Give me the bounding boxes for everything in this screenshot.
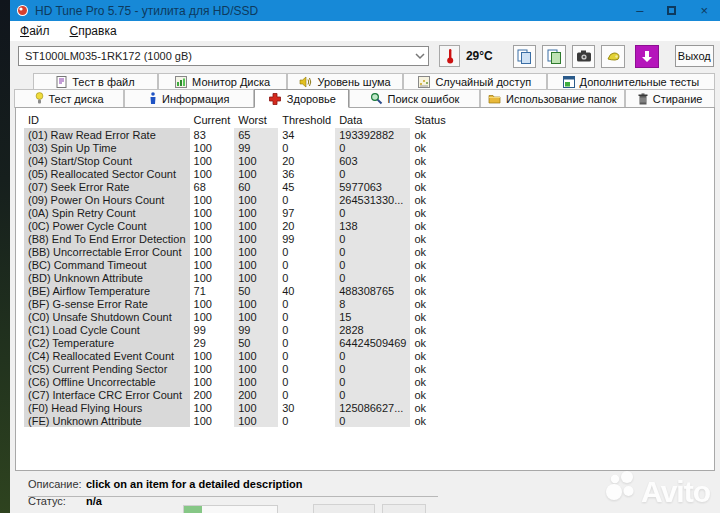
tab-health[interactable]: Здоровье <box>254 89 349 108</box>
exit-button[interactable]: Выход <box>675 45 714 67</box>
trash-icon <box>638 93 648 105</box>
cell-data: 2828 <box>335 323 410 336</box>
table-row[interactable]: (C2) Temperature 29 50 0 64424509469 ok <box>24 336 452 349</box>
cell-status: ok <box>410 323 452 336</box>
cell-data: 5977063 <box>335 180 410 193</box>
cell-current: 100 <box>190 401 235 414</box>
cell-status: ok <box>410 180 452 193</box>
col-header-worst[interactable]: Worst <box>234 111 278 128</box>
table-row[interactable]: (07) Seek Error Rate 68 60 45 5977063 ok <box>24 180 452 193</box>
cell-id: (BF) G-sense Error Rate <box>24 297 190 310</box>
cell-id: (BC) Command Timeout <box>24 258 190 271</box>
cell-worst: 100 <box>234 349 278 362</box>
cell-worst: 100 <box>234 362 278 375</box>
table-row[interactable]: (C4) Reallocated Event Count 100 100 0 0… <box>24 349 452 362</box>
cell-id: (0A) Spin Retry Count <box>24 206 190 219</box>
cell-threshold: 20 <box>278 219 335 232</box>
titlebar: HD Tune Pro 5.75 - утилита для HD/SSD – … <box>10 0 720 21</box>
table-row[interactable]: (C6) Offline Uncorrectable 100 100 0 0 o… <box>24 375 452 388</box>
cell-current: 100 <box>190 141 235 154</box>
cell-worst: 50 <box>234 336 278 349</box>
table-row[interactable]: (C5) Current Pending Sector 100 100 0 0 … <box>24 362 452 375</box>
cell-worst: 60 <box>234 180 278 193</box>
copy-text-button[interactable] <box>542 45 566 68</box>
close-button[interactable]: × <box>700 4 708 17</box>
tab-error-scan[interactable]: Поиск ошибок <box>349 89 479 108</box>
cell-worst: 99 <box>234 323 278 336</box>
table-row[interactable]: (BE) Airflow Temperature 71 50 40 488308… <box>24 284 452 297</box>
table-row[interactable]: (C0) Unsafe Shutdown Count 100 100 0 15 … <box>24 310 452 323</box>
tab-file-benchmark[interactable]: Тест в файл <box>33 73 158 90</box>
slider-fill <box>184 506 202 513</box>
table-row[interactable]: (C7) Interface CRC Error Count 200 200 0… <box>24 388 452 401</box>
cell-status: ok <box>410 141 452 154</box>
cell-threshold: 97 <box>278 206 335 219</box>
table-row[interactable]: (01) Raw Read Error Rate 83 65 34 193392… <box>24 128 452 141</box>
cell-worst: 100 <box>234 167 278 180</box>
tab-erase[interactable]: Стирание <box>625 89 715 108</box>
random-access-icon <box>418 76 430 88</box>
cell-current: 100 <box>190 310 235 323</box>
tab-row-1: Тест в файл Монитор Диска Уровень шума С… <box>33 73 715 89</box>
cell-current: 100 <box>190 245 235 258</box>
cell-id: (09) Power On Hours Count <box>24 193 190 206</box>
screenshot-button[interactable] <box>572 45 596 68</box>
menu-help[interactable]: Справка <box>70 24 117 38</box>
table-row[interactable]: (BD) Unknown Attribute 100 100 0 0 ok <box>24 271 452 284</box>
tab-row-2: Тест диска Информация Здоровье Поиск оши… <box>14 89 715 107</box>
cell-threshold: 0 <box>278 375 335 388</box>
table-row[interactable]: (0A) Spin Retry Count 100 100 97 0 ok <box>24 206 452 219</box>
drive-select-value: ST1000LM035-1RK172 (1000 gB) <box>25 50 192 62</box>
table-row[interactable]: (BC) Command Timeout 100 100 0 0 ok <box>24 258 452 271</box>
table-row[interactable]: (B8) End To End Error Detection 100 100 … <box>24 232 452 245</box>
col-header-threshold[interactable]: Threshold <box>278 111 335 128</box>
cell-status: ok <box>410 362 452 375</box>
copy-image-button[interactable] <box>513 45 537 68</box>
table-row[interactable]: (04) Start/Stop Count 100 100 20 603 ok <box>24 154 452 167</box>
table-row[interactable]: (0C) Power Cycle Count 100 100 20 138 ok <box>24 219 452 232</box>
menu-file[interactable]: Файл <box>20 24 50 38</box>
table-row[interactable]: (BF) G-sense Error Rate 100 100 0 8 ok <box>24 297 452 310</box>
tab-random-access[interactable]: Случайный доступ <box>403 73 547 90</box>
health-cross-icon <box>268 92 282 106</box>
tab-extra-tests[interactable]: Дополнительные тесты <box>547 73 715 90</box>
bottom-cutoff-button-1 <box>313 504 375 513</box>
cell-id: (BD) Unknown Attribute <box>24 271 190 284</box>
col-header-id[interactable]: ID <box>24 111 190 128</box>
tab-disk-test[interactable]: Тест диска <box>14 89 124 108</box>
update-button[interactable] <box>635 45 659 68</box>
cell-data: 0 <box>335 141 410 154</box>
maximize-button[interactable] <box>667 6 676 15</box>
tab-noise-level[interactable]: Уровень шума <box>287 73 402 90</box>
table-row[interactable]: (05) Reallocated Sector Count 100 100 36… <box>24 167 452 180</box>
tab-information[interactable]: Информация <box>124 89 254 108</box>
table-row[interactable]: (03) Spin Up Time 100 99 0 0 ok <box>24 141 452 154</box>
col-header-status[interactable]: Status <box>410 111 452 128</box>
tab-disk-monitor[interactable]: Монитор Диска <box>158 73 288 90</box>
cell-worst: 100 <box>234 297 278 310</box>
col-header-current[interactable]: Current <box>190 111 235 128</box>
table-header-row: ID Current Worst Threshold Data Status <box>24 111 452 128</box>
drive-select-dropdown[interactable]: ST1000LM035-1RK172 (1000 gB) <box>18 46 429 66</box>
minimize-button[interactable]: – <box>636 4 643 17</box>
table-row[interactable]: (09) Power On Hours Count 100 100 0 2645… <box>24 193 452 206</box>
cell-current: 100 <box>190 271 235 284</box>
cell-data: 0 <box>335 375 410 388</box>
tab-folder-usage[interactable]: Использование папок <box>480 89 625 108</box>
table-row[interactable]: (F0) Head Flying Hours 100 100 30 125086… <box>24 401 452 414</box>
aam-button[interactable] <box>601 45 625 68</box>
table-row[interactable]: (BB) Uncorrectable Error Count 100 100 0… <box>24 245 452 258</box>
cell-id: (B8) End To End Error Detection <box>24 232 190 245</box>
temperature-button[interactable] <box>439 45 460 67</box>
cell-data: 64424509469 <box>335 336 410 349</box>
cell-id: (04) Start/Stop Count <box>24 154 190 167</box>
cell-current: 100 <box>190 154 235 167</box>
avito-watermark: Avito <box>605 470 710 504</box>
table-row[interactable]: (C1) Load Cycle Count 99 99 0 2828 ok <box>24 323 452 336</box>
table-row[interactable]: (FE) Unknown Attribute 100 100 0 0 ok <box>24 414 452 427</box>
cell-id: (C1) Load Cycle Count <box>24 323 190 336</box>
chevron-down-icon <box>414 52 426 60</box>
cell-worst: 100 <box>234 271 278 284</box>
col-header-data[interactable]: Data <box>335 111 410 128</box>
cell-threshold: 0 <box>278 336 335 349</box>
